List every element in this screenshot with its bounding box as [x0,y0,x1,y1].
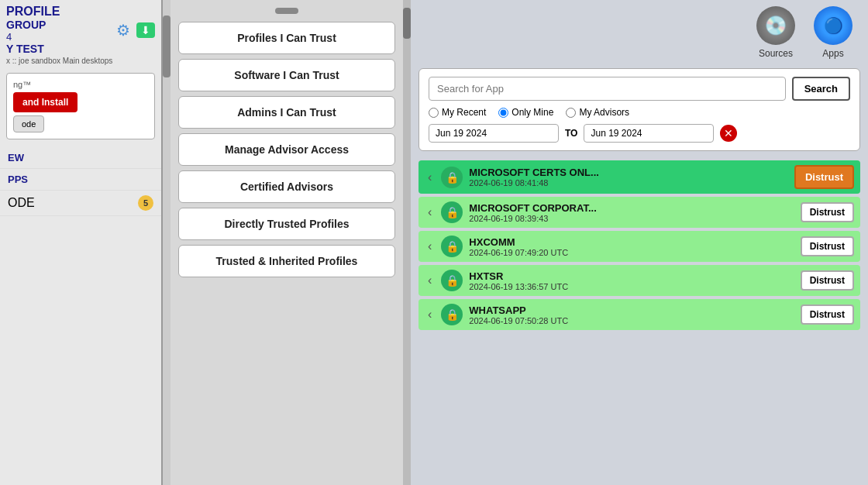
sources-label: Sources [759,48,793,59]
app-name-3: HXTSR [469,270,794,282]
middle-scrollbar[interactable] [403,0,411,485]
app-date-1: 2024-06-19 08:39:43 [469,214,794,223]
chevron-button-0[interactable]: ‹ [425,170,435,184]
chevron-button-1[interactable]: ‹ [425,205,435,219]
manage-advisor-access-button[interactable]: Manage Advisor Access [178,133,395,166]
app-info-2: HXCOMM 2024-06-19 07:49:20 UTC [469,236,794,257]
nav-item-pps[interactable]: PPS [0,169,161,191]
lock-icon-1: 🔒 [441,201,463,223]
radio-my-recent-input[interactable] [429,108,439,118]
download-icon[interactable]: ⬇ [136,22,155,38]
lock-icon-4: 🔒 [441,304,463,325]
sidebar-box: ng™ and Install ode [6,73,155,139]
clear-date-button[interactable]: ✕ [720,125,737,142]
app-row-0: ‹ 🔒 MICROSOFT CERTS ONL... 2024-06-19 08… [418,160,860,194]
sidebar-header-label: PROFILE [6,5,110,19]
app-date-2: 2024-06-19 07:49:20 UTC [469,248,794,257]
search-button[interactable]: Search [792,77,850,101]
radio-my-recent-label: My Recent [442,107,486,118]
nav-badge: 5 [138,195,153,211]
app-name-0: MICROSOFT CERTS ONL... [469,167,788,178]
sources-icon: 💿 [756,6,795,45]
app-name-4: WHATSAPP [469,304,794,316]
app-date-3: 2024-06-19 13:36:57 UTC [469,282,794,291]
app-row-1: ‹ 🔒 MICROSOFT CORPORAT... 2024-06-19 08:… [418,197,860,228]
trusted-inherited-profiles-button[interactable]: Trusted & Inherited Profiles [178,245,395,277]
app-date-0: 2024-06-19 08:41:48 [469,178,788,187]
app-info-3: HXTSR 2024-06-19 13:36:57 UTC [469,270,794,291]
gear-icon[interactable]: ⚙ [116,21,130,40]
chevron-button-4[interactable]: ‹ [425,308,435,322]
radio-only-mine-label: Only Mine [512,107,553,118]
sidebar-box-title: ng™ [13,80,148,89]
lock-icon-0: 🔒 [441,167,463,188]
distrust-button-1[interactable]: Distrust [801,202,854,222]
right-panel: 💿 Sources 🔵 Apps Search My Recent Only M… [411,0,868,485]
app-info-0: MICROSOFT CERTS ONL... 2024-06-19 08:41:… [469,167,788,187]
distrust-button-2[interactable]: Distrust [801,236,854,256]
software-i-can-trust-button[interactable]: Software I Can Trust [178,59,395,91]
right-icons-row: 💿 Sources 🔵 Apps [411,0,868,65]
distrust-button-3[interactable]: Distrust [801,270,854,291]
app-row-4: ‹ 🔒 WHATSAPP 2024-06-19 07:50:28 UTC Dis… [418,299,860,330]
date-row: TO ✕ [429,124,850,143]
date-to-input[interactable] [584,124,714,143]
app-row-3: ‹ 🔒 HXTSR 2024-06-19 13:36:57 UTC Distru… [418,265,860,296]
scroll-handle [275,8,298,14]
sources-icon-item[interactable]: 💿 Sources [756,6,795,59]
sidebar-sub: x :: joe sandbox Main desktops [0,57,161,68]
radio-my-recent[interactable]: My Recent [429,107,486,118]
search-row: Search [429,77,850,101]
certified-advisors-button[interactable]: Certified Advisors [178,170,395,203]
sidebar-scrollbar[interactable] [163,0,170,485]
radio-row: My Recent Only Mine My Advisors [429,107,850,118]
app-name-2: HXCOMM [469,236,794,248]
app-list: ‹ 🔒 MICROSOFT CERTS ONL... 2024-06-19 08… [411,157,868,485]
admins-i-can-trust-button[interactable]: Admins I Can Trust [178,96,395,129]
radio-my-advisors-label: My Advisors [579,107,629,118]
date-from-input[interactable] [429,124,559,143]
radio-my-advisors[interactable]: My Advisors [566,107,629,118]
directly-trusted-profiles-button[interactable]: Directly Trusted Profiles [178,208,395,240]
app-row-2: ‹ 🔒 HXCOMM 2024-06-19 07:49:20 UTC Distr… [418,231,860,262]
chevron-button-2[interactable]: ‹ [425,239,435,253]
chevron-button-3[interactable]: ‹ [425,273,435,287]
search-area: Search My Recent Only Mine My Advisors T… [418,68,860,151]
code-button[interactable]: ode [13,115,44,132]
radio-my-advisors-input[interactable] [566,108,576,118]
apps-icon-item[interactable]: 🔵 Apps [814,6,852,59]
app-info-1: MICROSOFT CORPORAT... 2024-06-19 08:39:4… [469,202,794,223]
distrust-button-0[interactable]: Distrust [794,165,854,189]
nav-item-ew[interactable]: EW [0,147,161,169]
date-separator: TO [565,128,577,139]
sidebar-group-label: GROUP [6,19,110,31]
sidebar-name: Y TEST [6,43,110,55]
sidebar-nav: EW PPS ODE 5 [0,144,161,219]
sidebar-id-label: 4 [6,31,110,43]
install-button[interactable]: and Install [13,92,78,112]
nav-item-ode[interactable]: ODE 5 [0,191,161,216]
radio-only-mine-input[interactable] [498,108,508,118]
lock-icon-2: 🔒 [441,236,463,257]
nav-item-ode-label: ODE [8,196,35,210]
app-info-4: WHATSAPP 2024-06-19 07:50:28 UTC [469,304,794,325]
apps-icon: 🔵 [814,6,852,45]
app-date-4: 2024-06-19 07:50:28 UTC [469,316,794,325]
sidebar: PROFILE GROUP 4 Y TEST ⚙ ⬇ x :: joe sand… [0,0,163,485]
app-name-1: MICROSOFT CORPORAT... [469,202,794,214]
search-input[interactable] [429,77,786,101]
radio-only-mine[interactable]: Only Mine [498,107,553,118]
lock-icon-3: 🔒 [441,270,463,291]
distrust-button-4[interactable]: Distrust [801,304,854,325]
apps-label: Apps [822,48,843,59]
profiles-i-can-trust-button[interactable]: Profiles I Can Trust [178,22,395,54]
middle-panel: Profiles I Can Trust Software I Can Trus… [170,0,403,485]
